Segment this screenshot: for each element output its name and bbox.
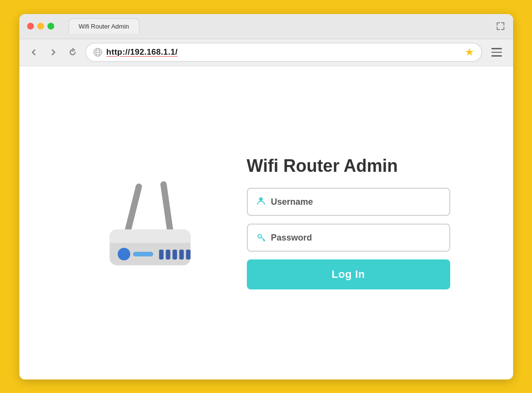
- tab-label: Wifi Router Admin: [79, 23, 129, 30]
- router-svg: [82, 160, 218, 286]
- username-field-container: [247, 188, 450, 216]
- user-icon: [256, 196, 266, 209]
- svg-line-5: [127, 187, 138, 232]
- page-content: Wifi Router Admin: [19, 66, 513, 379]
- svg-point-17: [259, 197, 262, 200]
- svg-rect-15: [179, 250, 183, 259]
- key-icon: [256, 231, 266, 244]
- svg-rect-13: [166, 250, 170, 259]
- menu-button[interactable]: [488, 44, 505, 61]
- password-field-container: [247, 224, 450, 252]
- fullscreen-button[interactable]: [496, 21, 505, 31]
- globe-icon: [93, 47, 103, 57]
- svg-rect-11: [133, 252, 153, 256]
- svg-rect-16: [186, 250, 190, 259]
- browser-window: Wifi Router Admin: [19, 14, 513, 379]
- star-icon: ★: [465, 46, 474, 58]
- title-bar: Wifi Router Admin: [19, 14, 513, 39]
- traffic-lights: [27, 23, 54, 30]
- menu-line-2: [491, 52, 502, 53]
- maximize-button[interactable]: [47, 23, 54, 30]
- refresh-button[interactable]: [66, 45, 79, 59]
- svg-point-18: [258, 234, 261, 238]
- address-bar[interactable]: http://192.168.1.1/ ★: [85, 43, 482, 62]
- login-button-label: Log In: [332, 268, 365, 280]
- minimize-button[interactable]: [37, 23, 44, 30]
- login-form: Wifi Router Admin: [247, 156, 450, 289]
- forward-button[interactable]: [46, 45, 60, 59]
- close-button[interactable]: [27, 23, 34, 30]
- url-text: http://192.168.1.1/: [106, 47, 178, 57]
- menu-line-3: [491, 55, 502, 57]
- svg-rect-9: [109, 236, 190, 243]
- tab-area: Wifi Router Admin: [59, 18, 491, 34]
- login-title: Wifi Router Admin: [247, 156, 450, 176]
- svg-line-6: [163, 184, 170, 231]
- svg-rect-14: [172, 250, 177, 259]
- menu-line-1: [491, 48, 502, 49]
- password-input[interactable]: [271, 233, 441, 243]
- back-button[interactable]: [27, 45, 41, 59]
- nav-bar: http://192.168.1.1/ ★: [19, 39, 513, 66]
- svg-point-10: [118, 248, 130, 260]
- router-illustration: [82, 160, 218, 286]
- login-button[interactable]: Log In: [247, 259, 450, 289]
- svg-rect-12: [159, 250, 163, 259]
- username-input[interactable]: [271, 197, 441, 207]
- bookmark-button[interactable]: ★: [465, 46, 474, 59]
- browser-tab[interactable]: Wifi Router Admin: [69, 18, 139, 34]
